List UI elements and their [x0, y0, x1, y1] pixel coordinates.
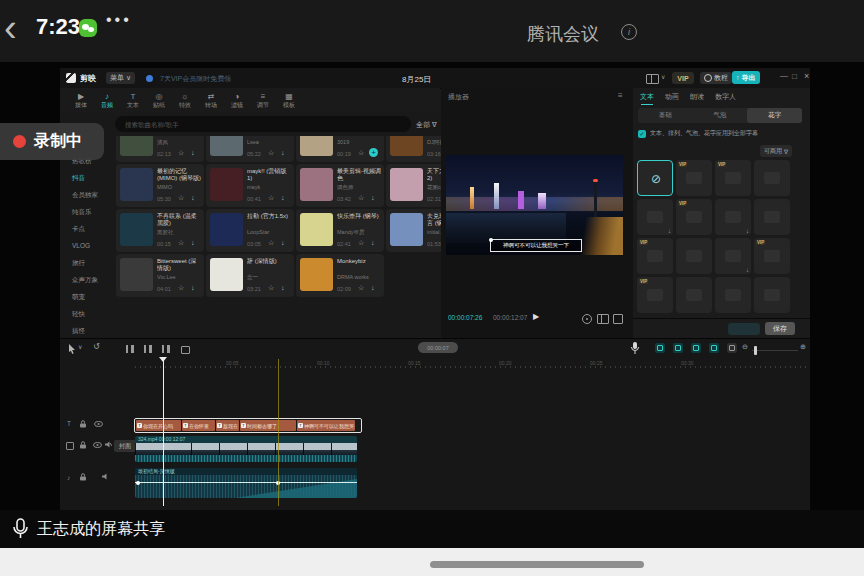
fancy-text-swatch[interactable]: VIP ↓ ⊘ — [715, 160, 751, 196]
play-button[interactable]: ▶ — [533, 312, 539, 321]
music-card[interactable]: 海边 (纯音乐) Lsea 05:22 ☆ ↓ + — [206, 136, 294, 162]
fancy-text-swatch[interactable]: VIP ↓ ⊘ — [676, 160, 712, 196]
lock-icon[interactable] — [80, 441, 86, 449]
recording-indicator[interactable]: 录制中 — [0, 123, 104, 160]
music-category-item[interactable]: 纯音乐 — [60, 203, 112, 220]
download-icon[interactable]: ↓ — [281, 284, 285, 291]
fancy-text-swatch[interactable]: VIP ↓ ⊘ — [754, 277, 790, 313]
more-options-icon[interactable]: ••• — [106, 11, 132, 29]
tutorial-button[interactable]: 教程 — [700, 72, 732, 84]
fullscreen-icon[interactable] — [613, 314, 623, 324]
favorite-star-icon[interactable]: ☆ — [178, 194, 184, 202]
text-clip[interactable]: T 时间都去哪了 — [240, 420, 296, 431]
fancy-text-swatch[interactable]: VIP ↓ ⊘ — [676, 277, 712, 313]
subtitle-textbox[interactable]: 神啊可不可以让我想哭一下 — [490, 239, 582, 252]
ratio-icon[interactable] — [597, 314, 609, 324]
music-category-item[interactable]: VLOG — [60, 237, 112, 254]
mute-speaker-icon[interactable] — [105, 441, 112, 448]
lock-icon[interactable] — [80, 420, 86, 428]
panel-subtab[interactable]: 基础 — [638, 108, 693, 123]
ribbon-tab[interactable]: ▦ 模板 — [276, 89, 302, 111]
download-icon[interactable]: ↓ — [191, 239, 195, 246]
ribbon-tab[interactable]: ▶ 媒体 — [68, 89, 94, 111]
favorite-star-icon[interactable]: ☆ — [268, 284, 274, 292]
panel-tab[interactable]: 动画 — [665, 92, 679, 105]
speaker-icon[interactable] — [102, 473, 109, 480]
promo-banner[interactable]: 7天VIP会员限时免费领 — [160, 74, 231, 84]
fancy-text-swatch[interactable]: VIP ↓ ⊘ — [676, 238, 712, 274]
delete-icon[interactable] — [181, 346, 190, 354]
scroll-handle[interactable] — [430, 561, 644, 568]
split-right-icon[interactable] — [162, 345, 170, 353]
music-card[interactable]: 不再联系 (温柔黑胶) 黑胶社 00:15 ☆ ↓ + — [116, 209, 204, 252]
fancy-text-swatch[interactable]: VIP ↓ ⊘ — [637, 238, 673, 274]
layout-chevron-icon[interactable]: ∨ — [661, 73, 665, 80]
panel-tab[interactable]: 文本 — [640, 92, 654, 105]
menu-button[interactable]: 菜单 ∨ — [106, 72, 135, 84]
music-category-item[interactable]: 众声万象 — [60, 271, 112, 288]
panel-subtab[interactable]: 花字 — [747, 108, 802, 123]
music-category-item[interactable]: 萌宠 — [60, 288, 112, 305]
fancy-text-swatch[interactable]: VIP ↓ ⊘ — [754, 199, 790, 235]
ribbon-tab[interactable]: ◎ 贴纸 — [146, 89, 172, 111]
volume-keyframe-dot[interactable] — [136, 481, 140, 485]
record-voiceover-mic-icon[interactable] — [630, 342, 640, 355]
commercial-filter[interactable]: 可商用 ∇ — [760, 145, 792, 157]
timeline-zoom-handle[interactable] — [754, 346, 757, 355]
split-left-icon[interactable] — [126, 345, 134, 353]
music-filter-all[interactable]: 全部 ∇ — [416, 120, 437, 130]
quality-icon[interactable] — [582, 314, 592, 324]
favorite-star-icon[interactable]: ☆ — [268, 194, 274, 202]
cursor-tool-icon[interactable] — [68, 344, 76, 354]
favorite-star-icon[interactable]: ☆ — [178, 284, 184, 292]
download-icon[interactable]: ↓ — [371, 239, 375, 246]
text-clip[interactable]: T 在你怀里 — [182, 420, 215, 431]
music-card[interactable]: Monkeybiz DRMA works 02:09 ☆ ↓ + — [296, 254, 384, 297]
music-card[interactable]: mayk!! (营销版1) mayk 00:41 ☆ ↓ + — [206, 164, 294, 207]
eye-icon[interactable] — [93, 442, 102, 448]
download-icon[interactable]: ↓ — [191, 149, 195, 156]
video-clip[interactable]: 324.mp4 00:00:12:07 — [135, 436, 357, 462]
music-category-item[interactable]: 抖音 — [60, 169, 112, 186]
fancy-text-swatch[interactable]: VIP ↓ ⊘ — [676, 199, 712, 235]
music-card[interactable]: 天下之争 (弹唱2) 花粥cover阿蛋 02:31 ☆ ↓ + — [386, 164, 441, 207]
checkbox-checked-icon[interactable]: ✓ — [638, 130, 646, 138]
added-check-icon[interactable]: + — [369, 148, 378, 157]
favorite-star-icon[interactable]: ☆ — [178, 149, 184, 157]
audio-clip[interactable]: 最初结局-深情版 — [135, 468, 357, 498]
text-clip[interactable]: T 神啊可不可以让我想哭一下 — [297, 420, 355, 431]
favorite-star-icon[interactable]: ☆ — [358, 194, 364, 202]
download-icon[interactable]: ↓ — [191, 194, 195, 201]
magnet-toggle-icon[interactable] — [655, 343, 665, 353]
music-card[interactable]: 晴天 (温柔版) 3019 00:19 ☆ ↓ + — [296, 136, 384, 162]
vip-badge[interactable]: VIP — [672, 72, 694, 84]
info-icon[interactable]: i — [621, 24, 637, 40]
video-canvas[interactable]: 神啊可不可以让我想哭一下 ↻ — [446, 155, 623, 255]
music-card[interactable]: Bittersweet (深情版) Vio.Lee 04:01 ☆ ↓ + — [116, 254, 204, 297]
window-minimize-button[interactable]: — — [780, 71, 788, 80]
save-button[interactable]: 保存 — [765, 322, 795, 335]
text-clip-group[interactable]: T 你现在开心吗 T 在你怀里 T 趁现在 T 时间都去哪了 T — [134, 418, 362, 433]
timeline-zoom-slider[interactable] — [752, 350, 798, 351]
link-toggle-icon[interactable] — [691, 343, 701, 353]
music-card[interactable]: 去兑现成熟的诺言 (钢琴版) initial.cream 01:53 ☆ ↓ + — [386, 209, 441, 252]
fancy-text-swatch[interactable]: VIP ↓ ⊘ — [715, 277, 751, 313]
text-clip[interactable]: T 你现在开心吗 — [136, 420, 181, 431]
music-card[interactable]: 辞 (深情版) 念一 03:21 ☆ ↓ + — [206, 254, 294, 297]
fancy-text-swatch[interactable]: VIP ↓ ⊘ — [754, 160, 790, 196]
layout-switch-icon[interactable] — [646, 74, 659, 84]
favorite-star-icon[interactable]: ☆ — [178, 239, 184, 247]
music-card[interactable]: 回家的路 (钢琴版) 清风 02:13 ☆ ↓ + — [116, 136, 204, 162]
fancy-text-swatch[interactable]: VIP ↓ ⊘ — [637, 277, 673, 313]
music-category-item[interactable]: 卡点 — [60, 220, 112, 237]
music-category-item[interactable]: 轻快 — [60, 305, 112, 322]
download-icon[interactable]: ↓ — [281, 149, 285, 156]
eye-icon[interactable] — [94, 421, 103, 427]
panel-tab[interactable]: 朗读 — [690, 92, 704, 105]
music-card[interactable]: 最初的记忆 (MIMO) (钢琴版) MIMO 05:30 ☆ ↓ + — [116, 164, 204, 207]
preview-axis-toggle-icon[interactable] — [709, 343, 719, 353]
favorite-star-icon[interactable]: ☆ — [358, 284, 364, 292]
window-maximize-button[interactable]: □ — [792, 72, 797, 81]
download-icon[interactable]: ↓ — [371, 284, 375, 291]
render-toggle-icon[interactable] — [727, 343, 737, 353]
